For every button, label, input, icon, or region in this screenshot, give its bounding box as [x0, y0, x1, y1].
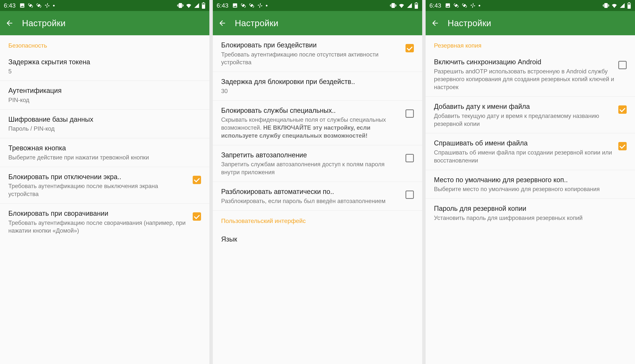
row-lock-minimize[interactable]: Блокировать при сворачивании Требовать а…	[0, 204, 209, 240]
row-sub: PIN-код	[8, 96, 201, 104]
row-title: Задержка скрытия токена	[8, 58, 201, 67]
wifi-icon	[186, 2, 192, 9]
row-sub: Добавить текущую дату и время к предлага…	[434, 112, 614, 128]
sync-icon	[28, 3, 33, 8]
checkbox[interactable]	[618, 106, 627, 114]
row-title: Блокировать при бездействии	[221, 40, 402, 50]
row-title: Шифрование базы данных	[8, 115, 201, 124]
row-sub: Пароль / PIN-код	[8, 125, 201, 133]
row-token-hide-delay[interactable]: Задержка скрытия токена 5	[0, 52, 209, 81]
checkbox[interactable]	[405, 154, 414, 162]
sync-icon	[462, 3, 467, 8]
section-header-security: Безопасность	[0, 35, 209, 52]
section-header-backup: Резервная копия	[426, 35, 635, 52]
checkbox[interactable]	[405, 110, 414, 118]
section-header-ui: Пользовательский интерфейс	[213, 211, 422, 228]
sync-icon	[241, 3, 246, 8]
battery-icon	[201, 2, 206, 9]
checkbox[interactable]	[405, 44, 414, 52]
row-sub: Разблокировать, если пароль был введён а…	[221, 197, 402, 205]
dot-icon: •	[266, 2, 268, 9]
signal-icon	[407, 3, 412, 8]
row-sub: Скрывать конфиденциальные поля от службы…	[221, 116, 402, 140]
dot-icon: •	[478, 2, 480, 9]
image-icon	[19, 3, 25, 8]
app-bar: Настройки	[0, 11, 209, 35]
back-icon[interactable]	[5, 19, 14, 27]
row-authentication[interactable]: Аутентификация PIN-код	[0, 81, 209, 110]
battery-icon	[414, 2, 418, 9]
image-icon	[232, 3, 238, 8]
status-bar: 6:43 •	[213, 0, 422, 11]
status-bar: 6:43 •	[0, 0, 209, 11]
row-sub: Установить пароль для шифрования резервн…	[434, 214, 627, 222]
status-bar: 6:43 •	[426, 0, 635, 11]
vibrate-icon	[177, 2, 184, 9]
row-sub: Требовать аутентификацию после сворачива…	[8, 219, 189, 235]
row-title: Блокировать при отключении экра..	[8, 172, 189, 182]
row-sub: Спрашивать об имени файла при создании р…	[434, 149, 614, 164]
svg-rect-0	[202, 4, 205, 4]
checkbox[interactable]	[618, 142, 627, 150]
vibrate-icon	[390, 2, 396, 9]
status-time: 6:43	[4, 2, 16, 9]
sync-icon	[249, 3, 255, 8]
row-sub: Выберите место по умолчанию для резервно…	[434, 185, 627, 193]
row-title: Язык	[221, 235, 414, 244]
row-title: Место по умолчанию для резервного коп..	[434, 175, 627, 185]
screen-1: 6:43 • Настройки Безопасность Задержка с…	[0, 0, 209, 364]
row-title: Тревожная кнопка	[8, 144, 201, 153]
row-append-date[interactable]: Добавить дату к имени файла Добавить тек…	[426, 97, 635, 133]
back-icon[interactable]	[431, 19, 439, 27]
row-block-accessibility[interactable]: Блокировать службы специальных.. Скрыват…	[213, 101, 422, 145]
row-idle-delay[interactable]: Задержка для блокировки при бездейств.. …	[213, 72, 422, 100]
svg-rect-1	[415, 4, 418, 4]
row-language-partial[interactable]: Язык	[213, 228, 422, 244]
row-lock-screen-off[interactable]: Блокировать при отключении экра.. Требов…	[0, 167, 209, 204]
status-time: 6:43	[429, 2, 441, 9]
vibrate-icon	[603, 2, 609, 9]
row-panic-button[interactable]: Тревожная кнопка Выберите действие при н…	[0, 138, 209, 167]
row-title: Блокировать службы специальных..	[221, 106, 402, 115]
svg-rect-2	[628, 4, 630, 4]
checkbox[interactable]	[193, 212, 201, 221]
row-title: Пароль для резервной копии	[434, 204, 627, 213]
checkbox[interactable]	[193, 176, 201, 184]
checkbox[interactable]	[405, 190, 414, 199]
row-unlock-autofill[interactable]: Разблокировать автоматически по.. Разбло…	[213, 182, 422, 210]
row-sub: Выберите действие при нажатии тревожной …	[8, 154, 201, 162]
row-title: Аутентификация	[8, 86, 201, 95]
row-sub: Разрешить andOTP использовать встроенную…	[434, 68, 614, 92]
back-icon[interactable]	[218, 19, 226, 27]
row-db-encryption[interactable]: Шифрование базы данных Пароль / PIN-код	[0, 110, 209, 138]
row-forbid-autofill[interactable]: Запретить автозаполнение Запретить служб…	[213, 145, 422, 182]
app-title: Настройки	[235, 18, 278, 28]
row-sub: 30	[221, 87, 414, 95]
status-time: 6:43	[217, 2, 228, 9]
screen-3: 6:43 • Настройки Резервная копия Включит…	[426, 0, 635, 364]
row-title: Спрашивать об имени файла	[434, 138, 614, 148]
app-bar: Настройки	[426, 11, 635, 35]
row-default-location[interactable]: Место по умолчанию для резервного коп.. …	[426, 170, 635, 199]
row-ask-filename[interactable]: Спрашивать об имени файла Спрашивать об …	[426, 133, 635, 170]
content: Блокировать при бездействии Требовать ау…	[213, 35, 422, 364]
wifi-icon	[611, 2, 617, 9]
row-title: Разблокировать автоматически по..	[221, 187, 402, 196]
app-title: Настройки	[448, 18, 491, 28]
row-lock-idle[interactable]: Блокировать при бездействии Требовать ау…	[213, 35, 422, 72]
row-sub: 5	[8, 68, 201, 76]
pinwheel-icon	[470, 3, 476, 8]
checkbox[interactable]	[618, 61, 627, 69]
row-title: Включить синхронизацию Android	[434, 58, 614, 67]
content: Безопасность Задержка скрытия токена 5 А…	[0, 35, 209, 364]
battery-icon	[627, 2, 631, 9]
app-bar: Настройки	[213, 11, 422, 35]
sync-icon	[453, 3, 459, 8]
row-title: Задержка для блокировки при бездейств..	[221, 77, 414, 86]
app-title: Настройки	[22, 18, 66, 28]
image-icon	[445, 3, 451, 8]
signal-icon	[619, 3, 625, 8]
row-backup-password[interactable]: Пароль для резервной копии Установить па…	[426, 199, 635, 227]
row-android-sync[interactable]: Включить синхронизацию Android Разрешить…	[426, 52, 635, 97]
pinwheel-icon	[257, 3, 263, 8]
